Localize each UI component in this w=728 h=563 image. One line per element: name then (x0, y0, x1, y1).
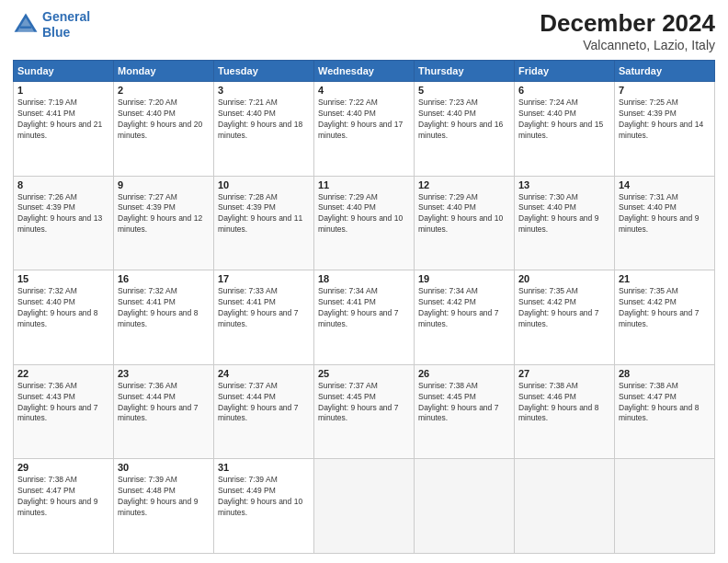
cell-info: Sunrise: 7:34 AM Sunset: 4:41 PM Dayligh… (318, 286, 410, 330)
calendar-cell: 1 Sunrise: 7:19 AM Sunset: 4:41 PM Dayli… (14, 82, 114, 177)
day-number: 6 (518, 85, 610, 96)
calendar-cell: 26 Sunrise: 7:38 AM Sunset: 4:45 PM Dayl… (415, 364, 515, 459)
day-number: 5 (418, 85, 510, 96)
cell-info: Sunrise: 7:38 AM Sunset: 4:46 PM Dayligh… (518, 381, 610, 425)
cell-info: Sunrise: 7:36 AM Sunset: 4:44 PM Dayligh… (118, 381, 210, 425)
calendar-cell: 10 Sunrise: 7:28 AM Sunset: 4:39 PM Dayl… (214, 176, 314, 270)
day-number: 15 (17, 273, 109, 284)
day-number: 1 (17, 85, 109, 96)
day-number: 8 (17, 179, 109, 190)
calendar-cell: 7 Sunrise: 7:25 AM Sunset: 4:39 PM Dayli… (615, 82, 715, 177)
logo-line1: General (42, 9, 90, 24)
cell-info: Sunrise: 7:38 AM Sunset: 4:47 PM Dayligh… (17, 475, 109, 519)
day-number: 11 (318, 179, 410, 190)
calendar-cell: 23 Sunrise: 7:36 AM Sunset: 4:44 PM Dayl… (114, 364, 214, 459)
day-number: 31 (218, 462, 310, 473)
page: General Blue December 2024 Valcanneto, L… (0, 0, 728, 563)
calendar-title: December 2024 (540, 9, 715, 38)
cell-info: Sunrise: 7:37 AM Sunset: 4:45 PM Dayligh… (318, 381, 410, 425)
cell-info: Sunrise: 7:37 AM Sunset: 4:44 PM Dayligh… (218, 381, 310, 425)
calendar-cell: 16 Sunrise: 7:32 AM Sunset: 4:41 PM Dayl… (114, 270, 214, 365)
cell-info: Sunrise: 7:36 AM Sunset: 4:43 PM Dayligh… (17, 381, 109, 425)
cell-info: Sunrise: 7:32 AM Sunset: 4:41 PM Dayligh… (118, 286, 210, 330)
day-number: 23 (118, 368, 210, 379)
calendar-cell: 5 Sunrise: 7:23 AM Sunset: 4:40 PM Dayli… (415, 82, 515, 177)
calendar-cell: 4 Sunrise: 7:22 AM Sunset: 4:40 PM Dayli… (314, 82, 415, 177)
day-number: 26 (418, 368, 510, 379)
day-number: 14 (619, 179, 711, 190)
day-number: 2 (118, 85, 210, 96)
calendar-cell: 15 Sunrise: 7:32 AM Sunset: 4:40 PM Dayl… (14, 270, 114, 365)
day-number: 20 (518, 273, 610, 284)
cell-info: Sunrise: 7:35 AM Sunset: 4:42 PM Dayligh… (518, 286, 610, 330)
col-wednesday: Wednesday (314, 61, 415, 82)
calendar-cell (615, 459, 715, 554)
cell-info: Sunrise: 7:21 AM Sunset: 4:40 PM Dayligh… (218, 98, 310, 142)
calendar-cell: 13 Sunrise: 7:30 AM Sunset: 4:40 PM Dayl… (515, 176, 615, 270)
calendar-cell: 22 Sunrise: 7:36 AM Sunset: 4:43 PM Dayl… (14, 364, 114, 459)
day-number: 19 (418, 273, 510, 284)
day-number: 12 (418, 179, 510, 190)
day-number: 17 (218, 273, 310, 284)
day-number: 29 (17, 462, 109, 473)
cell-info: Sunrise: 7:31 AM Sunset: 4:40 PM Dayligh… (619, 192, 711, 236)
day-number: 7 (619, 85, 711, 96)
day-number: 16 (118, 273, 210, 284)
calendar-week-row: 1 Sunrise: 7:19 AM Sunset: 4:41 PM Dayli… (14, 82, 715, 177)
day-number: 22 (17, 368, 109, 379)
cell-info: Sunrise: 7:38 AM Sunset: 4:47 PM Dayligh… (619, 381, 711, 425)
calendar-cell: 30 Sunrise: 7:39 AM Sunset: 4:48 PM Dayl… (114, 459, 214, 554)
calendar-table: Sunday Monday Tuesday Wednesday Thursday… (13, 60, 715, 554)
day-number: 27 (518, 368, 610, 379)
cell-info: Sunrise: 7:24 AM Sunset: 4:40 PM Dayligh… (518, 98, 610, 142)
calendar-cell: 19 Sunrise: 7:34 AM Sunset: 4:42 PM Dayl… (415, 270, 515, 365)
day-number: 10 (218, 179, 310, 190)
day-number: 3 (218, 85, 310, 96)
cell-info: Sunrise: 7:34 AM Sunset: 4:42 PM Dayligh… (418, 286, 510, 330)
cell-info: Sunrise: 7:30 AM Sunset: 4:40 PM Dayligh… (518, 192, 610, 236)
col-monday: Monday (114, 61, 214, 82)
calendar-cell: 3 Sunrise: 7:21 AM Sunset: 4:40 PM Dayli… (214, 82, 314, 177)
logo-icon (13, 12, 39, 38)
day-number: 21 (619, 273, 711, 284)
calendar-cell: 17 Sunrise: 7:33 AM Sunset: 4:41 PM Dayl… (214, 270, 314, 365)
calendar-cell: 14 Sunrise: 7:31 AM Sunset: 4:40 PM Dayl… (615, 176, 715, 270)
calendar-cell: 18 Sunrise: 7:34 AM Sunset: 4:41 PM Dayl… (314, 270, 415, 365)
col-tuesday: Tuesday (214, 61, 314, 82)
calendar-cell: 27 Sunrise: 7:38 AM Sunset: 4:46 PM Dayl… (515, 364, 615, 459)
calendar-cell: 12 Sunrise: 7:29 AM Sunset: 4:40 PM Dayl… (415, 176, 515, 270)
cell-info: Sunrise: 7:35 AM Sunset: 4:42 PM Dayligh… (619, 286, 711, 330)
day-number: 9 (118, 179, 210, 190)
calendar-cell: 2 Sunrise: 7:20 AM Sunset: 4:40 PM Dayli… (114, 82, 214, 177)
day-number: 18 (318, 273, 410, 284)
calendar-cell (314, 459, 415, 554)
calendar-cell: 24 Sunrise: 7:37 AM Sunset: 4:44 PM Dayl… (214, 364, 314, 459)
day-number: 13 (518, 179, 610, 190)
cell-info: Sunrise: 7:32 AM Sunset: 4:40 PM Dayligh… (17, 286, 109, 330)
col-thursday: Thursday (415, 61, 515, 82)
cell-info: Sunrise: 7:27 AM Sunset: 4:39 PM Dayligh… (118, 192, 210, 236)
calendar-week-row: 29 Sunrise: 7:38 AM Sunset: 4:47 PM Dayl… (14, 459, 715, 554)
cell-info: Sunrise: 7:29 AM Sunset: 4:40 PM Dayligh… (318, 192, 410, 236)
calendar-cell: 31 Sunrise: 7:39 AM Sunset: 4:49 PM Dayl… (214, 459, 314, 554)
cell-info: Sunrise: 7:22 AM Sunset: 4:40 PM Dayligh… (318, 98, 410, 142)
cell-info: Sunrise: 7:23 AM Sunset: 4:40 PM Dayligh… (418, 98, 510, 142)
calendar-week-row: 15 Sunrise: 7:32 AM Sunset: 4:40 PM Dayl… (14, 270, 715, 365)
calendar-header-row: Sunday Monday Tuesday Wednesday Thursday… (14, 61, 715, 82)
logo-line2: Blue (42, 25, 70, 40)
calendar-cell: 28 Sunrise: 7:38 AM Sunset: 4:47 PM Dayl… (615, 364, 715, 459)
day-number: 25 (318, 368, 410, 379)
calendar-cell (415, 459, 515, 554)
calendar-cell: 29 Sunrise: 7:38 AM Sunset: 4:47 PM Dayl… (14, 459, 114, 554)
logo-text: General Blue (42, 9, 90, 40)
svg-rect-2 (20, 26, 31, 28)
calendar-subtitle: Valcanneto, Lazio, Italy (540, 38, 715, 52)
cell-info: Sunrise: 7:19 AM Sunset: 4:41 PM Dayligh… (17, 98, 109, 142)
col-sunday: Sunday (14, 61, 114, 82)
cell-info: Sunrise: 7:38 AM Sunset: 4:45 PM Dayligh… (418, 381, 510, 425)
day-number: 30 (118, 462, 210, 473)
day-number: 24 (218, 368, 310, 379)
cell-info: Sunrise: 7:28 AM Sunset: 4:39 PM Dayligh… (218, 192, 310, 236)
calendar-cell: 6 Sunrise: 7:24 AM Sunset: 4:40 PM Dayli… (515, 82, 615, 177)
calendar-cell: 20 Sunrise: 7:35 AM Sunset: 4:42 PM Dayl… (515, 270, 615, 365)
